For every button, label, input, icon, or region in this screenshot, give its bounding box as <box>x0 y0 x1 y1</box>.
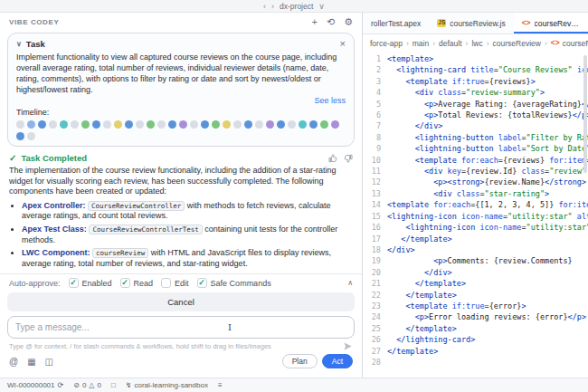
warning-icon: △ <box>89 381 94 389</box>
auto-approve-option[interactable]: ✓Enabled <box>69 278 112 288</box>
timeline-dot[interactable] <box>27 120 35 129</box>
breadcrumb-item[interactable]: courseReview <box>493 39 541 48</box>
timeline-dot[interactable] <box>233 120 242 129</box>
line-number: 2 <box>363 64 381 75</box>
settings-gear-icon[interactable]: ⚙ <box>344 17 353 27</box>
timeline-dot[interactable] <box>201 120 209 129</box>
line-number: 8 <box>363 132 381 143</box>
image-icon[interactable]: ▦ <box>27 357 35 367</box>
timeline-dot[interactable] <box>136 120 144 129</box>
plan-button[interactable]: Plan <box>282 354 318 368</box>
mention-icon[interactable]: @ <box>9 357 18 367</box>
timeline-dot[interactable] <box>288 120 296 129</box>
timeline-dot[interactable] <box>320 120 328 129</box>
warning-count[interactable]: 0 <box>98 381 101 389</box>
tab-courseReview.html[interactable]: <>courseReview.html <box>514 13 588 33</box>
sync-icon[interactable]: ⟳ <box>57 381 63 389</box>
timeline-dot[interactable] <box>114 120 122 129</box>
auto-approve-option[interactable]: ✓Safe Commands <box>197 278 271 288</box>
tab-courseReview.js[interactable]: JScourseReview.js <box>429 13 513 33</box>
timeline-dot[interactable] <box>168 120 176 129</box>
act-button[interactable]: Act <box>322 354 353 368</box>
auto-approve-option[interactable]: ✓Read <box>120 278 154 288</box>
timeline-dot[interactable] <box>147 120 155 129</box>
auto-approve-row: Auto-approve: ✓Enabled✓ReadEdit✓Safe Com… <box>0 274 362 291</box>
history-icon[interactable]: ⟲ <box>327 17 335 27</box>
timeline-dot[interactable] <box>255 120 263 129</box>
layout-icon[interactable]: □ <box>111 381 116 389</box>
new-chat-icon[interactable]: + <box>311 17 317 27</box>
line-number: 10 <box>363 155 381 166</box>
breadcrumb-separator-icon: › <box>545 39 547 48</box>
component-label: LWC Component: <box>22 248 92 257</box>
tab-rollerTest.apex[interactable]: rollerTest.apex <box>363 13 429 33</box>
checkbox-checked-icon[interactable]: ✓ <box>197 278 207 288</box>
work-item-label[interactable]: WI-000000001 <box>7 381 54 389</box>
line-number: 19 <box>363 255 381 266</box>
code-editor[interactable]: <template> <lightning-card title="Course… <box>387 52 588 378</box>
breadcrumb-item[interactable]: main <box>413 39 429 48</box>
code-line: <template if:true={reviews}> <box>387 76 588 87</box>
forward-icon[interactable]: › <box>271 2 274 11</box>
breadcrumb-separator-icon: › <box>432 39 435 48</box>
see-less-link[interactable]: See less <box>16 96 346 105</box>
apps-icon[interactable]: ◫ <box>45 357 53 367</box>
timeline-dot[interactable] <box>27 132 35 140</box>
timeline-dot[interactable] <box>212 120 220 129</box>
project-selector[interactable]: dx-project <box>280 2 313 11</box>
timeline-dot[interactable] <box>266 120 274 129</box>
timeline-dot[interactable] <box>16 132 24 140</box>
sandbox-label[interactable]: coral-learning-sandbox <box>135 381 208 389</box>
breadcrumb-item[interactable]: force-app <box>370 39 403 48</box>
thumbs-down-icon[interactable] <box>344 154 353 163</box>
timeline-dot[interactable] <box>103 120 111 129</box>
timeline-dot[interactable] <box>157 120 166 129</box>
timeline-dot[interactable] <box>71 120 79 129</box>
auto-approve-option-label: Read <box>134 279 154 288</box>
chevron-down-icon: ∨ <box>318 2 325 11</box>
code-line: </template> <box>387 323 588 334</box>
js-file-icon: JS <box>437 19 446 27</box>
timeline-dot[interactable] <box>223 120 231 129</box>
panel-toolbar: VIBE CODEY + ⟲ ⚙ <box>0 13 362 32</box>
checkbox-checked-icon[interactable]: ✓ <box>69 278 79 288</box>
timeline-dot[interactable] <box>38 120 46 129</box>
timeline-dot[interactable] <box>331 120 339 129</box>
timeline-dot[interactable] <box>49 120 57 129</box>
back-icon[interactable]: ‹ <box>263 2 266 11</box>
menu-icon[interactable]: ≡ <box>218 381 223 389</box>
cancel-button[interactable]: Cancel <box>7 292 355 311</box>
breadcrumb-item[interactable]: default <box>439 39 462 48</box>
collapse-up-icon[interactable]: ∧ <box>347 279 353 287</box>
thumbs-up-icon[interactable] <box>328 154 337 163</box>
code-area[interactable]: 1234567891011121314151617181920212223242… <box>363 52 588 378</box>
editor-scrollbar[interactable] <box>583 55 587 173</box>
line-number: 12 <box>363 177 381 187</box>
code-line: </template> <box>387 346 588 357</box>
code-line: </div> <box>387 244 588 255</box>
breadcrumb-file[interactable]: <>courseReview.html <box>551 39 588 48</box>
timeline-dot[interactable] <box>277 120 285 129</box>
error-count[interactable]: 0 <box>82 381 86 389</box>
auto-approve-option[interactable]: Edit <box>161 278 189 288</box>
timeline-dot[interactable] <box>244 120 252 129</box>
checkbox-checked-icon[interactable]: ✓ <box>120 278 130 288</box>
checkbox-unchecked-icon[interactable] <box>161 278 171 288</box>
timeline-dot[interactable] <box>179 120 187 129</box>
text-cursor: I <box>228 322 232 332</box>
send-icon[interactable] <box>343 341 353 351</box>
timeline-dot[interactable] <box>125 120 133 129</box>
message-input[interactable] <box>15 322 346 332</box>
task-close-icon[interactable]: × <box>340 38 346 49</box>
timeline-dot[interactable] <box>60 120 68 129</box>
completion-summary: The implementation of the course review … <box>9 166 353 197</box>
collapse-chevron-icon[interactable]: ∨ <box>16 40 22 48</box>
component-label: Apex Test Class: <box>22 225 89 234</box>
breadcrumb-item[interactable]: lwc <box>471 39 482 48</box>
timeline-dot[interactable] <box>190 120 198 129</box>
timeline-dot[interactable] <box>309 120 318 129</box>
timeline-dot[interactable] <box>299 120 307 129</box>
timeline-dot[interactable] <box>92 120 100 129</box>
timeline-dot[interactable] <box>16 120 24 129</box>
timeline-dot[interactable] <box>81 120 90 129</box>
